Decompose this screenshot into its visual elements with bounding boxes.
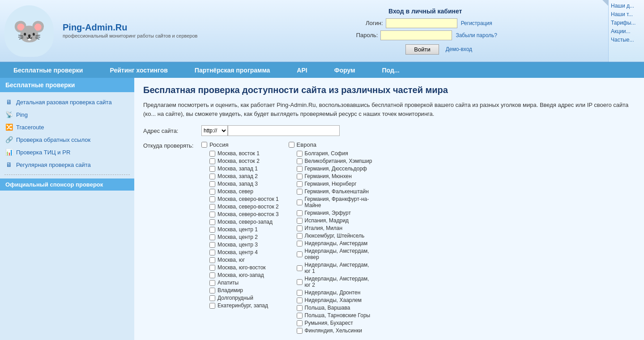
right-link-1[interactable]: Наши д...: [611, 2, 642, 9]
cb-russia-8[interactable]: [209, 204, 215, 210]
cb-russia-19[interactable]: [209, 288, 215, 293]
cb-eu-18[interactable]: [297, 305, 303, 311]
russia-loc-9: Москва, северо-восток 3: [218, 211, 279, 217]
cb-russia-6[interactable]: [209, 189, 215, 195]
login-input[interactable]: [386, 18, 457, 28]
cb-russia-5[interactable]: [209, 181, 215, 187]
url-input[interactable]: [228, 125, 340, 136]
cb-eu-2[interactable]: [297, 158, 303, 164]
cb-russia-4[interactable]: [209, 174, 215, 179]
russia-loc-11: Москва, центр 1: [218, 226, 258, 233]
cb-russia-10[interactable]: [209, 219, 215, 225]
cb-eu-11[interactable]: [297, 233, 303, 239]
cb-russia-20[interactable]: [209, 295, 215, 301]
check-eu-21: Финляндия, Хельсинки: [297, 327, 376, 334]
right-link-3[interactable]: Тарифы...: [611, 19, 642, 26]
russia-loc-19: Владимир: [218, 287, 243, 293]
cb-eu-10[interactable]: [297, 225, 303, 231]
login-row: Логин: Регистрация: [358, 18, 492, 28]
check-russia-7: Москва, северо-восток 1: [209, 196, 289, 202]
nav-free-checks[interactable]: Бесплатные проверки: [0, 63, 96, 78]
europe-group-header: Европа: [289, 141, 376, 148]
cb-eu-14[interactable]: [297, 265, 303, 271]
russia-loc-2: Москва, восток 2: [218, 158, 260, 164]
sidebar-item-regular-check[interactable]: 🖥 Регулярная проверка сайта: [0, 158, 134, 171]
cb-russia-16[interactable]: [209, 265, 215, 271]
europe-column: Европа Болгария, София Великобритания, Х…: [289, 141, 376, 335]
check-russia-2: Москва, восток 2: [209, 158, 289, 164]
cb-eu-19[interactable]: [297, 313, 303, 319]
sidebar-item-detail-check[interactable]: 🖥 Детальная разовая проверка сайта: [0, 96, 134, 108]
nav-hosting-rating[interactable]: Рейтинг хостингов: [96, 63, 181, 78]
cb-eu-17[interactable]: [297, 298, 303, 303]
cb-eu-13[interactable]: [297, 251, 303, 257]
eu-loc-5: Германия, Нюрнберг: [305, 181, 357, 187]
forgot-link[interactable]: Забыли пароль?: [456, 32, 497, 38]
cb-russia-17[interactable]: [209, 272, 215, 278]
protocol-select[interactable]: http:// https://: [201, 125, 228, 136]
cb-russia-1[interactable]: [209, 151, 215, 157]
brand-desc: профессиональный мониторинг работы сайто…: [63, 33, 197, 39]
password-row: Пароль: Забыли пароль?: [353, 30, 497, 40]
nav-more[interactable]: Под...: [369, 63, 413, 78]
cb-russia-9[interactable]: [209, 212, 215, 217]
cb-russia-2[interactable]: [209, 158, 215, 164]
europe-group-label: Европа: [297, 141, 316, 148]
cb-russia-7[interactable]: [209, 196, 215, 202]
check-eu-1: Болгария, София: [297, 150, 376, 157]
nav-forum[interactable]: Форум: [321, 63, 369, 78]
nav-partner[interactable]: Партнёрская программа: [181, 63, 284, 78]
sidebar-item-tic-pr[interactable]: 📊 Проверка ТИЦ и PR: [0, 146, 134, 158]
cb-eu-6[interactable]: [297, 189, 303, 195]
check-russia-15: Москва, юг: [209, 257, 289, 263]
sidebar-item-backlinks[interactable]: 🔗 Проверка обратных ссылок: [0, 133, 134, 146]
sidebar-item-ping[interactable]: 📡 Ping: [0, 108, 134, 121]
check-eu-2: Великобритания, Хэмпшир: [297, 158, 376, 164]
check-eu-13: Нидерланды, Амстердам, север: [297, 248, 376, 260]
cb-eu-4[interactable]: [297, 174, 303, 179]
right-link-2[interactable]: Наши т...: [611, 11, 642, 18]
right-link-5[interactable]: Частые...: [611, 36, 642, 43]
page-desc: Предлагаем посмотреть и оценить, как раб…: [143, 101, 635, 118]
logo-area: 🐭: [4, 5, 54, 57]
cb-eu-1[interactable]: [297, 151, 303, 157]
russia-select-all[interactable]: [201, 142, 207, 148]
ping-icon: 📡: [4, 110, 13, 119]
cb-russia-3[interactable]: [209, 166, 215, 172]
cb-russia-13[interactable]: [209, 242, 215, 248]
cb-russia-14[interactable]: [209, 250, 215, 255]
demo-link[interactable]: Демо-вход: [446, 46, 472, 52]
cb-russia-12[interactable]: [209, 234, 215, 240]
europe-select-all[interactable]: [289, 142, 294, 148]
cb-eu-21[interactable]: [297, 328, 303, 334]
cb-eu-16[interactable]: [297, 290, 303, 296]
check-eu-4: Германия, Мюнхен: [297, 173, 376, 179]
cb-russia-15[interactable]: [209, 257, 215, 263]
cb-eu-8[interactable]: [297, 210, 303, 216]
check-russia-6: Москва, север: [209, 188, 289, 195]
check-eu-5: Германия, Нюрнберг: [297, 181, 376, 187]
right-link-4[interactable]: Акции...: [611, 28, 642, 35]
cb-russia-18[interactable]: [209, 280, 215, 286]
cb-eu-15[interactable]: [297, 279, 303, 285]
check-russia-21: Екатеринбург, запад: [209, 302, 289, 309]
sponsor-header: Официальный спонсор проверок: [0, 178, 134, 191]
eu-loc-13: Нидерланды, Амстердам, север: [305, 248, 376, 260]
register-link[interactable]: Регистрация: [461, 20, 492, 26]
cb-eu-9[interactable]: [297, 218, 303, 224]
sidebar-item-traceroute[interactable]: 🔀 Traceroute: [0, 121, 134, 133]
cb-eu-12[interactable]: [297, 241, 303, 246]
eu-loc-7: Германия, Франкфурт-на-Майне: [305, 196, 376, 208]
cb-eu-5[interactable]: [297, 181, 303, 187]
check-russia-17: Москва, юго-запад: [209, 272, 289, 278]
cb-russia-11[interactable]: [209, 227, 215, 233]
cb-eu-3[interactable]: [297, 166, 303, 172]
nav-api[interactable]: API: [283, 63, 320, 78]
cb-russia-21[interactable]: [209, 303, 215, 309]
cb-eu-7[interactable]: [297, 200, 303, 205]
login-button[interactable]: Войти: [405, 44, 439, 55]
cb-eu-20[interactable]: [297, 320, 303, 326]
where-row: Откуда проверять: Россия Москва, восток …: [143, 141, 635, 335]
login-btn-row: Войти Демо-вход: [378, 44, 472, 55]
password-input[interactable]: [380, 30, 452, 40]
